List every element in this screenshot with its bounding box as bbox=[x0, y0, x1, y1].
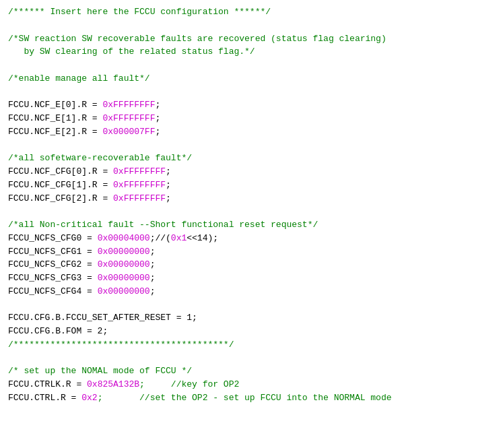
code-token: 0x00000000 bbox=[98, 247, 150, 257]
code-line: /*enable manage all fault*/ bbox=[8, 72, 491, 86]
code-token: 0x00000000 bbox=[98, 273, 150, 283]
code-token: ; bbox=[155, 127, 160, 137]
code-line: FCCU_NCFS_CFG1 = 0x00000000; bbox=[8, 245, 491, 259]
code-token: 0x00004000 bbox=[98, 233, 150, 243]
code-token: 0x00000000 bbox=[98, 259, 150, 269]
code-line: by SW clearing of the related status fla… bbox=[8, 45, 491, 59]
code-token: 0x825A132B bbox=[87, 379, 139, 389]
code-token: 0x2 bbox=[81, 393, 97, 403]
code-token: FCCU.NCF_CFG[1].R = bbox=[8, 180, 113, 190]
code-token: ; bbox=[150, 273, 156, 283]
empty-line bbox=[8, 19, 491, 32]
code-token: FCCU.CTRL.R = bbox=[8, 393, 81, 403]
code-line: FCCU.CFG.B.FOM = 2; bbox=[8, 325, 491, 338]
code-token: ; bbox=[166, 180, 171, 190]
code-token: FCCU.NCF_CFG[0].R = bbox=[8, 166, 113, 177]
code-token: ; //key for OP2 bbox=[139, 379, 239, 389]
code-token: FCCU.NCF_E[0].R = bbox=[8, 100, 102, 110]
code-line: /****** Insert here the FCCU configurati… bbox=[8, 5, 491, 19]
empty-line bbox=[8, 298, 491, 312]
code-token: ; bbox=[166, 193, 171, 203]
code-line: FCCU_NCFS_CFG4 = 0x00000000; bbox=[8, 285, 491, 298]
empty-line bbox=[8, 139, 491, 152]
code-line: FCCU.NCF_E[0].R = 0xFFFFFFFF; bbox=[8, 98, 491, 112]
code-token: ; bbox=[150, 286, 156, 296]
code-token: FCCU_NCFS_CFG1 = bbox=[8, 247, 98, 257]
code-token: <<14); bbox=[187, 233, 218, 243]
code-line: FCCU.NCF_CFG[2].R = 0xFFFFFFFF; bbox=[8, 192, 491, 205]
code-token: 0x00000000 bbox=[98, 286, 150, 296]
code-token: 0xFFFFFFFF bbox=[113, 180, 166, 190]
code-token: 0xFFFFFFFF bbox=[102, 113, 155, 123]
code-token: 0x1 bbox=[171, 233, 187, 243]
code-line: FCCU.CTRL.R = 0x2; //set the OP2 - set u… bbox=[8, 391, 491, 405]
code-token: ; bbox=[155, 113, 160, 123]
code-line: FCCU.NCF_CFG[1].R = 0xFFFFFFFF; bbox=[8, 179, 491, 192]
code-token: FCCU.NCF_E[2].R = bbox=[8, 127, 102, 137]
code-token: 0x000007FF bbox=[102, 127, 155, 137]
empty-line bbox=[8, 205, 491, 218]
code-line: FCCU_NCFS_CFG2 = 0x00000000; bbox=[8, 258, 491, 271]
code-token: FCCU_NCFS_CFG4 = bbox=[8, 286, 98, 296]
code-token: ; bbox=[150, 247, 156, 257]
code-token: ;//( bbox=[150, 233, 171, 243]
code-token: ; bbox=[155, 100, 160, 110]
code-line: FCCU_NCFS_CFG0 = 0x00004000;//(0x1<<14); bbox=[8, 232, 491, 245]
code-token: FCCU_NCFS_CFG0 = bbox=[8, 233, 98, 243]
code-token: ; bbox=[166, 166, 171, 177]
code-line: /***************************************… bbox=[8, 338, 491, 352]
code-line: /*SW reaction SW recoverable faults are … bbox=[8, 32, 491, 46]
code-token: 0xFFFFFFFF bbox=[113, 193, 166, 203]
code-line: FCCU.NCF_E[1].R = 0xFFFFFFFF; bbox=[8, 112, 491, 125]
code-line: FCCU_NCFS_CFG3 = 0x00000000; bbox=[8, 271, 491, 285]
code-token: 0xFFFFFFFF bbox=[113, 166, 166, 177]
code-editor: /****** Insert here the FCCU configurati… bbox=[0, 0, 499, 448]
code-token: ; bbox=[150, 259, 156, 269]
code-line: /*all Non-critical fault --Short functio… bbox=[8, 218, 491, 232]
code-line: /* set up the NOMAL mode of FCCU */ bbox=[8, 364, 491, 378]
code-line: FCCU.NCF_E[2].R = 0x000007FF; bbox=[8, 125, 491, 139]
code-line: /*all sofetware-recoverable fault*/ bbox=[8, 152, 491, 165]
code-line: FCCU.NCF_CFG[0].R = 0xFFFFFFFF; bbox=[8, 165, 491, 179]
code-line: FCCU.CFG.B.FCCU_SET_AFTER_RESET = 1; bbox=[8, 311, 491, 325]
code-token: FCCU.CTRLK.R = bbox=[8, 379, 87, 389]
empty-line bbox=[8, 352, 491, 365]
code-token: ; //set the OP2 - set up FCCU into the N… bbox=[98, 393, 392, 403]
code-token: 0xFFFFFFFF bbox=[102, 100, 155, 110]
empty-line bbox=[8, 59, 491, 72]
code-token: FCCU_NCFS_CFG2 = bbox=[8, 259, 98, 269]
code-content: /****** Insert here the FCCU configurati… bbox=[8, 5, 491, 405]
code-line: FCCU.CTRLK.R = 0x825A132B; //key for OP2 bbox=[8, 378, 491, 391]
empty-line bbox=[8, 86, 491, 99]
code-token: FCCU_NCFS_CFG3 = bbox=[8, 273, 98, 283]
code-token: FCCU.NCF_CFG[2].R = bbox=[8, 193, 113, 203]
code-token: FCCU.NCF_E[1].R = bbox=[8, 113, 102, 123]
